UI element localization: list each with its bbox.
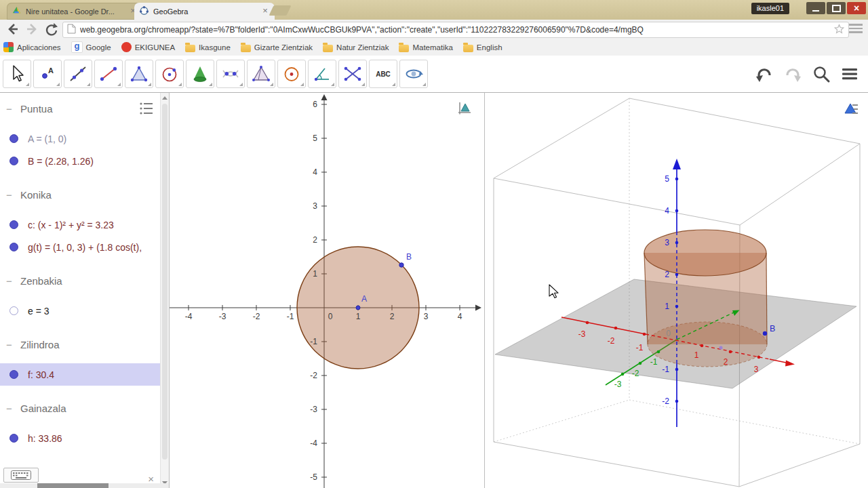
back-button[interactable] [4, 21, 22, 37]
circle-two-points-tool[interactable] [155, 60, 184, 88]
pyramid-tool[interactable] [247, 60, 275, 88]
axis-tick-dot [675, 178, 679, 181]
line-tool[interactable] [64, 60, 92, 88]
graphics-2d-canvas[interactable]: -4-3-2-112340 654321-1-2-3-4-5 A B [170, 93, 484, 488]
collapse-icon[interactable] [6, 405, 14, 412]
chrome-menu-icon[interactable] [849, 24, 863, 35]
tick-label: -1 [650, 357, 658, 367]
axis-tick-dot [614, 327, 618, 330]
tick-label: 0 [666, 329, 671, 338]
bookmark-item[interactable]: Matematika [399, 43, 452, 52]
tick-label: -2 [632, 369, 639, 378]
algebra-item[interactable]: h: 33.86 [0, 427, 160, 449]
hidden-point[interactable] [719, 346, 722, 349]
scrollbar-thumb[interactable] [162, 104, 167, 460]
tab-geogebra[interactable]: GeoGebra [134, 3, 275, 20]
hscrollbar-thumb[interactable] [37, 483, 108, 488]
tab-title: GeoGebra [153, 7, 256, 16]
visibility-marble[interactable] [9, 220, 18, 229]
algebra-section: Zenbakiae = 3 [0, 272, 160, 322]
redo-button[interactable] [780, 61, 806, 87]
axis-tick-dot [701, 344, 704, 348]
algebra-item-text: A = (1, 0) [28, 134, 66, 144]
graphics2d-stylebar-icon[interactable] [456, 100, 473, 116]
forward-button[interactable] [23, 21, 41, 37]
move-tool[interactable] [3, 60, 31, 88]
maximize-button[interactable] [827, 2, 846, 14]
crossing-segments-tool[interactable] [338, 60, 367, 88]
rotate-view-tool[interactable] [399, 60, 428, 88]
mouse-cursor [549, 285, 558, 298]
axis-tick-dot [586, 321, 589, 325]
bookmark-item[interactable]: EKIGUNEA [121, 42, 175, 52]
keyboard-icon [11, 470, 31, 480]
algebra-item[interactable]: g(t) = (1, 0, 3) + (1.8 cos(t), [0, 236, 160, 258]
algebra-section-title: Gainazala [20, 403, 66, 414]
algebra-scrollbar[interactable] [160, 93, 169, 488]
algebra-item-text: e = 3 [28, 306, 50, 317]
graphics-view-3d: -3-2-1123 -3-2-1 54321-1-20 B [485, 93, 868, 488]
bookmark-item[interactable]: Aplicaciones [3, 42, 61, 52]
scroll-up-icon[interactable] [162, 96, 167, 100]
graphics3d-stylebar-icon[interactable] [843, 100, 859, 116]
bookmark-item[interactable]: English [463, 43, 502, 52]
close-window-button[interactable] [847, 2, 866, 14]
circle-center-radius-tool[interactable] [277, 60, 306, 88]
visibility-marble[interactable] [9, 157, 18, 165]
algebra-item[interactable]: e = 3 [0, 300, 160, 322]
address-bar[interactable]: web.geogebra.org/chromeapp/?state=%7B"fo… [62, 22, 849, 38]
virtual-keyboard-button[interactable] [3, 468, 39, 483]
algebra-item[interactable]: c: (x - 1)² + y² = 3.23 [0, 214, 160, 236]
bookmark-item[interactable]: Gizarte Zientziak [241, 43, 313, 52]
point-b[interactable]: B [399, 252, 412, 267]
algebra-item[interactable]: f: 30.4 [0, 363, 160, 386]
reload-button[interactable] [42, 21, 60, 37]
algebra-section-header: Gainazala [0, 399, 160, 417]
tick-label: -1 [310, 337, 317, 346]
collapse-icon[interactable] [6, 105, 14, 113]
bookmark-star-icon[interactable] [834, 24, 844, 37]
collapse-icon[interactable] [6, 191, 14, 199]
tab-google-drive[interactable]: Nire unitatea - Google Dr... [7, 3, 142, 20]
bookmark-item[interactable]: Natur Zientziak [323, 43, 389, 52]
svg-text:B: B [770, 324, 775, 333]
bookmark-item[interactable]: Ikasgune [185, 43, 231, 52]
algebra-stylebar-icon[interactable] [138, 100, 155, 117]
algebra-item[interactable]: B = (2.28, 1.26) [0, 150, 160, 172]
algebra-section-header: Zilindroa [0, 336, 160, 353]
polygon-tool[interactable] [125, 60, 153, 88]
visibility-marble[interactable] [9, 243, 18, 251]
undo-button[interactable] [751, 61, 777, 87]
tick-label: 2 [313, 235, 317, 245]
visibility-marble[interactable] [9, 306, 18, 315]
collapse-icon[interactable] [6, 341, 14, 348]
algebra-item-text: f: 30.4 [28, 369, 54, 380]
algebra-item[interactable]: A = (1, 0) [0, 127, 160, 150]
close-icon[interactable] [148, 474, 154, 484]
visibility-marble[interactable] [9, 434, 18, 443]
cone-tool[interactable] [186, 60, 214, 88]
collapse-icon[interactable] [6, 277, 14, 285]
menu-icon[interactable] [837, 61, 863, 87]
graphics-3d-canvas[interactable]: -3-2-1123 -3-2-1 54321-1-20 B [485, 93, 868, 488]
new-tab-button[interactable] [269, 5, 292, 16]
tick-label: 3 [313, 201, 317, 211]
horizontal-scrollbar[interactable] [0, 483, 169, 488]
intersect-tool[interactable] [216, 60, 245, 88]
point-tool[interactable]: A [33, 60, 62, 88]
bookmark-item[interactable]: Google [71, 41, 111, 53]
toolbar-actions [751, 61, 863, 87]
svg-text:B: B [406, 252, 412, 262]
segment-tool[interactable] [94, 60, 123, 88]
geogebra-icon [139, 5, 149, 17]
visibility-marble[interactable] [9, 370, 18, 379]
algebra-section-header: Konika [0, 186, 160, 203]
minimize-button[interactable] [806, 2, 825, 14]
visibility-marble[interactable] [9, 134, 18, 143]
search-icon[interactable] [808, 61, 834, 87]
angle-tool[interactable] [308, 60, 336, 88]
text-tool[interactable]: ABC [369, 60, 397, 88]
algebra-item-text: c: (x - 1)² + y² = 3.23 [28, 220, 114, 230]
browser-window: Nire unitatea - Google Dr... GeoGebra ik… [0, 0, 868, 488]
axis-tick-dot [675, 305, 679, 308]
